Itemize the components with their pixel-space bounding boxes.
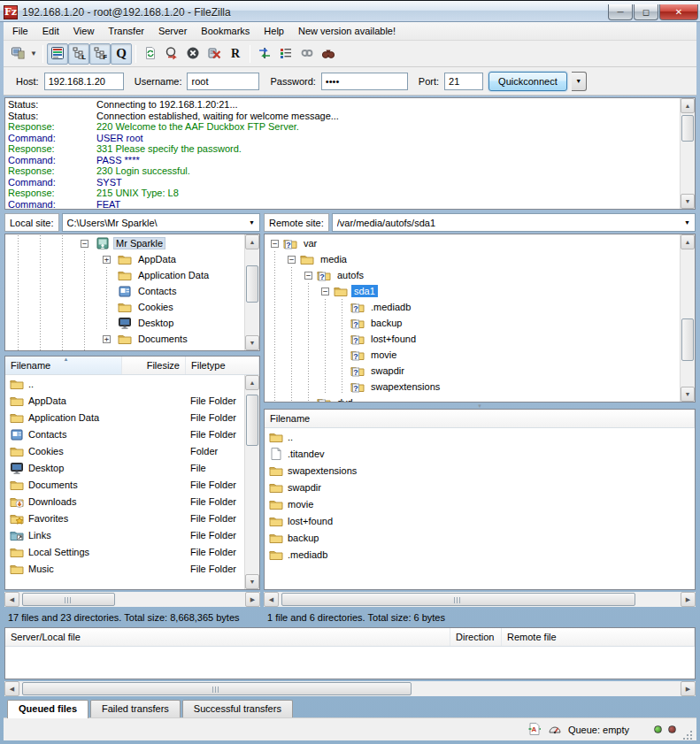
scroll-left-icon[interactable]: ◀ xyxy=(264,592,279,607)
scroll-thumb[interactable] xyxy=(246,395,258,446)
scroll-up-icon[interactable]: ▲ xyxy=(681,234,695,249)
directory-comparison-button[interactable] xyxy=(254,43,275,65)
title-bar[interactable]: Fz 192.168.1.20 - root@192.168.1.20 - Fi… xyxy=(0,1,700,22)
expand-icon[interactable]: + xyxy=(103,335,111,343)
column-header-filetype[interactable]: Filetype xyxy=(186,357,259,374)
close-button[interactable]: ✕ xyxy=(659,4,698,20)
toggle-message-log-button[interactable] xyxy=(47,43,68,65)
toggle-remote-tree-button[interactable]: F xyxy=(89,43,111,65)
file-row-cookies[interactable]: CookiesFolder xyxy=(5,442,259,459)
file-row-music[interactable]: MusicFile Folder xyxy=(5,560,259,577)
scroll-down-icon[interactable]: ▼ xyxy=(681,387,695,402)
column-header-server-local-file[interactable]: Server/Local file xyxy=(5,628,450,646)
scroll-up-icon[interactable]: ▲ xyxy=(245,234,259,249)
file-row-backup[interactable]: backup xyxy=(265,529,695,546)
reconnect-button[interactable]: R xyxy=(225,43,246,65)
collapse-icon[interactable]: − xyxy=(288,256,296,264)
file-row-desktop[interactable]: DesktopFile xyxy=(5,459,259,476)
local-site-combobox[interactable]: C:\Users\Mr Sparkle\▼ xyxy=(62,213,260,232)
collapse-icon[interactable]: − xyxy=(271,240,279,248)
tree-item-backup[interactable]: ?backup xyxy=(266,315,679,331)
refresh-button[interactable] xyxy=(140,43,161,65)
menu-item-server[interactable]: Server xyxy=(151,23,194,39)
scroll-right-icon[interactable]: ▶ xyxy=(245,592,260,607)
tree-item-var[interactable]: −?var xyxy=(266,235,679,251)
menu-item-help[interactable]: Help xyxy=(257,23,291,39)
file-row-local-settings[interactable]: Local SettingsFile Folder xyxy=(5,543,259,560)
scroll-thumb[interactable] xyxy=(22,593,115,606)
site-manager-dropdown[interactable]: ▼ xyxy=(28,44,39,64)
tree-item-lost-found[interactable]: ?lost+found xyxy=(266,331,679,347)
tree-item-documents[interactable]: +Documents xyxy=(7,331,243,347)
scroll-down-icon[interactable]: ▼ xyxy=(245,574,259,589)
tree-item-application-data[interactable]: Application Data xyxy=(7,267,243,283)
find-files-button[interactable] xyxy=(318,43,339,65)
file-row-[interactable]: .. xyxy=(5,375,259,392)
file-row-favorites[interactable]: FavoritesFile Folder xyxy=(5,510,259,526)
tree-item-media[interactable]: −media xyxy=(266,251,679,267)
cancel-button[interactable] xyxy=(182,43,204,65)
tree-item-mr-sparkle[interactable]: −Mr Sparkle xyxy=(7,235,243,251)
quickconnect-button[interactable]: Quickconnect xyxy=(488,72,567,91)
file-row-swapdir[interactable]: swapdir xyxy=(265,479,695,495)
file-row-titandev[interactable]: .titandev xyxy=(265,445,695,462)
file-row-mediadb[interactable]: .mediadb xyxy=(265,546,695,563)
tree-item-mediadb[interactable]: ?.mediadb xyxy=(266,299,679,315)
scroll-down-icon[interactable]: ▼ xyxy=(245,335,259,350)
scroll-up-icon[interactable]: ▲ xyxy=(681,98,695,113)
tree-item-contacts[interactable]: Contacts xyxy=(7,283,243,299)
menu-item-file[interactable]: File xyxy=(5,23,35,39)
column-header-filename[interactable]: Filename▲ xyxy=(5,357,122,374)
queue-hscrollbar[interactable]: ◀ ▶ xyxy=(4,681,696,696)
local-hscrollbar[interactable]: ◀ ▶ xyxy=(4,592,260,607)
tree-item-swapextensions[interactable]: ?swapextensions xyxy=(266,379,679,395)
minimize-button[interactable]: ─ xyxy=(608,4,633,20)
scroll-thumb[interactable] xyxy=(681,115,694,142)
local-list-scrollbar[interactable]: ▲ ▼ xyxy=(244,375,259,589)
file-row-[interactable]: .. xyxy=(265,428,695,445)
chevron-down-icon[interactable]: ▼ xyxy=(246,219,258,226)
link-button[interactable] xyxy=(296,43,318,65)
collapse-icon[interactable]: − xyxy=(81,240,88,248)
scroll-thumb[interactable] xyxy=(681,318,694,361)
column-header-filesize[interactable]: Filesize xyxy=(122,357,186,374)
synchronized-browsing-button[interactable] xyxy=(275,43,296,65)
scroll-thumb[interactable] xyxy=(22,682,412,695)
expand-icon[interactable]: + xyxy=(103,256,111,264)
tab-failed-transfers[interactable]: Failed transfers xyxy=(90,700,181,717)
toggle-local-tree-button[interactable]: L xyxy=(68,43,89,65)
file-row-documents[interactable]: DocumentsFile Folder xyxy=(5,476,259,493)
tree-item-downloads[interactable]: +Downloads xyxy=(7,347,243,350)
file-row-application-data[interactable]: Application DataFile Folder xyxy=(5,409,259,426)
remote-hscrollbar[interactable]: ◀ ▶ xyxy=(264,592,696,607)
scroll-up-icon[interactable]: ▲ xyxy=(245,375,259,390)
menu-item-new-version-available[interactable]: New version available! xyxy=(291,23,403,39)
tree-item-autofs[interactable]: −?autofs xyxy=(266,267,679,283)
menu-item-edit[interactable]: Edit xyxy=(35,23,66,39)
menu-item-view[interactable]: View xyxy=(66,23,102,39)
scroll-thumb[interactable] xyxy=(281,593,635,606)
scroll-left-icon[interactable]: ◀ xyxy=(4,592,19,607)
site-manager-button[interactable] xyxy=(7,43,28,65)
tree-item-sda1[interactable]: −sda1 xyxy=(266,283,679,299)
local-tree-scrollbar[interactable]: ▲ ▼ xyxy=(244,234,259,350)
tab-queued-files[interactable]: Queued files xyxy=(7,700,88,718)
file-row-contacts[interactable]: ContactsFile Folder xyxy=(5,426,259,442)
username-input[interactable] xyxy=(187,73,259,90)
toggle-queue-button[interactable]: Q xyxy=(111,43,132,65)
file-row-movie[interactable]: movie xyxy=(265,495,695,512)
file-row-swapextensions[interactable]: swapextensions xyxy=(265,462,695,479)
password-input[interactable] xyxy=(321,73,408,90)
remote-tree-scrollbar[interactable]: ▲ ▼ xyxy=(680,234,695,402)
remote-site-combobox[interactable]: /var/media/autofs/sda1▼ xyxy=(332,213,696,232)
log-scrollbar[interactable]: ▲ ▼ xyxy=(680,98,695,209)
remote-splitter[interactable]: ▼ xyxy=(264,403,696,409)
tree-item-movie[interactable]: ?movie xyxy=(266,347,679,363)
file-row-appdata[interactable]: AppDataFile Folder xyxy=(5,392,259,409)
menu-item-bookmarks[interactable]: Bookmarks xyxy=(194,23,257,39)
chevron-down-icon[interactable]: ▼ xyxy=(681,219,693,226)
disconnect-button[interactable] xyxy=(204,43,225,65)
menu-item-transfer[interactable]: Transfer xyxy=(101,23,151,39)
host-input[interactable] xyxy=(44,73,124,90)
tab-successful-transfers[interactable]: Successful transfers xyxy=(182,700,293,717)
